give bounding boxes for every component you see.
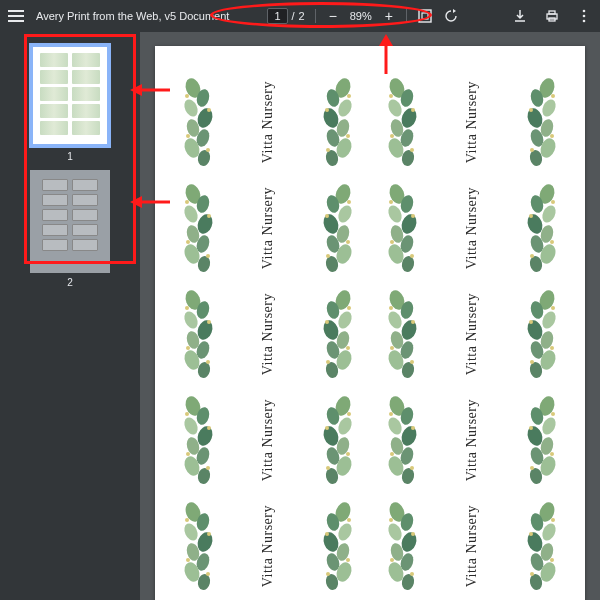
svg-point-221 <box>325 532 329 536</box>
svg-point-175 <box>326 466 330 470</box>
svg-point-43 <box>410 148 414 152</box>
business-card: Vitta Nursery <box>385 286 559 382</box>
svg-point-222 <box>346 558 350 562</box>
business-card: Vitta Nursery <box>181 180 355 276</box>
svg-point-160 <box>185 412 189 416</box>
page-current-input[interactable]: 1 <box>267 8 287 24</box>
more-icon[interactable] <box>576 8 592 24</box>
download-icon[interactable] <box>512 8 528 24</box>
svg-point-7 <box>583 20 586 23</box>
zoom-value: 89% <box>350 10 372 22</box>
zoom-out-button[interactable]: − <box>326 9 340 23</box>
document-viewport[interactable]: Vitta Nursery Vitta Nursery Vitta Nurser… <box>140 32 600 600</box>
svg-point-53 <box>529 108 533 112</box>
svg-point-78 <box>346 240 350 244</box>
foliage-left <box>181 288 215 380</box>
svg-point-234 <box>390 558 394 562</box>
svg-marker-249 <box>379 34 393 46</box>
svg-point-127 <box>326 360 330 364</box>
foliage-right <box>321 76 355 168</box>
svg-point-232 <box>389 518 393 522</box>
fit-page-icon[interactable] <box>417 8 433 24</box>
svg-point-184 <box>389 412 393 416</box>
foliage-right <box>321 500 355 592</box>
svg-point-16 <box>185 94 189 98</box>
thumbnail-2-number: 2 <box>67 277 73 288</box>
svg-point-210 <box>186 558 190 562</box>
svg-point-54 <box>550 134 554 138</box>
card-text: Vitta Nursery <box>260 293 276 375</box>
svg-point-17 <box>207 108 211 112</box>
svg-point-6 <box>583 15 586 18</box>
svg-point-66 <box>186 240 190 244</box>
svg-point-28 <box>347 94 351 98</box>
separator <box>406 9 407 23</box>
svg-point-136 <box>389 306 393 310</box>
svg-point-114 <box>186 346 190 350</box>
thumbnail-sidebar: 1 2 <box>0 32 140 600</box>
business-card: Vitta Nursery <box>181 286 355 382</box>
svg-point-245 <box>529 532 533 536</box>
pdf-toolbar: Avery Print from the Web, v5 Document 1 … <box>0 0 600 32</box>
svg-point-150 <box>550 346 554 350</box>
foliage-left <box>385 394 419 486</box>
thumbnail-1[interactable] <box>30 44 110 147</box>
svg-point-112 <box>185 306 189 310</box>
svg-point-186 <box>390 452 394 456</box>
foliage-right <box>525 500 559 592</box>
svg-point-19 <box>206 148 210 152</box>
page-total: 2 <box>299 10 305 22</box>
card-text: Vitta Nursery <box>464 293 480 375</box>
svg-point-42 <box>390 134 394 138</box>
card-text: Vitta Nursery <box>260 187 276 269</box>
foliage-right <box>525 76 559 168</box>
foliage-left <box>181 500 215 592</box>
svg-point-30 <box>346 134 350 138</box>
svg-point-246 <box>550 558 554 562</box>
business-card: Vitta Nursery <box>385 74 559 170</box>
card-text: Vitta Nursery <box>464 81 480 163</box>
svg-point-103 <box>530 254 534 258</box>
svg-point-247 <box>530 572 534 576</box>
foliage-right <box>321 288 355 380</box>
business-card: Vitta Nursery <box>181 74 355 170</box>
svg-point-65 <box>207 214 211 218</box>
svg-point-79 <box>326 254 330 258</box>
svg-point-41 <box>411 108 415 112</box>
svg-point-233 <box>411 532 415 536</box>
svg-point-126 <box>346 346 350 350</box>
zoom-in-button[interactable]: + <box>382 9 396 23</box>
svg-point-100 <box>551 200 555 204</box>
svg-point-185 <box>411 426 415 430</box>
business-card: Vitta Nursery <box>385 180 559 276</box>
svg-point-163 <box>206 466 210 470</box>
business-card: Vitta Nursery <box>181 498 355 594</box>
svg-point-223 <box>326 572 330 576</box>
svg-marker-251 <box>130 84 142 96</box>
svg-point-244 <box>551 518 555 522</box>
foliage-left <box>181 182 215 274</box>
foliage-right <box>525 288 559 380</box>
thumbnail-2[interactable] <box>30 170 110 273</box>
svg-point-76 <box>347 200 351 204</box>
thumbnail-1-wrapper: 1 <box>30 44 110 162</box>
svg-point-124 <box>347 306 351 310</box>
svg-point-149 <box>529 320 533 324</box>
svg-rect-3 <box>549 11 555 14</box>
svg-point-208 <box>185 518 189 522</box>
svg-point-113 <box>207 320 211 324</box>
svg-point-137 <box>411 320 415 324</box>
svg-point-211 <box>206 572 210 576</box>
page-indicator: 1 / 2 <box>267 8 304 24</box>
menu-icon[interactable] <box>8 8 24 24</box>
svg-point-102 <box>550 240 554 244</box>
svg-point-162 <box>186 452 190 456</box>
svg-point-29 <box>325 108 329 112</box>
print-icon[interactable] <box>544 8 560 24</box>
svg-point-89 <box>411 214 415 218</box>
foliage-right <box>525 394 559 486</box>
rotate-icon[interactable] <box>443 8 459 24</box>
card-text: Vitta Nursery <box>260 81 276 163</box>
card-text: Vitta Nursery <box>260 505 276 587</box>
svg-point-115 <box>206 360 210 364</box>
